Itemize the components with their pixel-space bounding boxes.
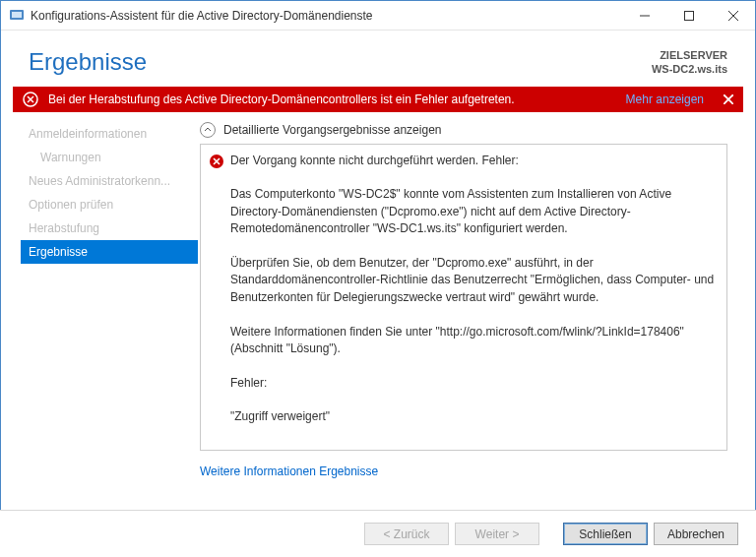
detail-entry: Der Vorgang konnte nicht durchgeführt we… [209,153,717,426]
details-toggle-label: Detaillierte Vorgangsergebnisse anzeigen [223,123,441,137]
cancel-button[interactable]: Abbrechen [654,523,738,545]
wizard-steps-sidebar: Anmeldeinformationen Warnungen Neues Adm… [1,116,198,478]
target-server-info: ZIELSERVER WS-DC2.ws.its [652,48,727,77]
svg-rect-3 [684,11,693,20]
page-header: Ergebnisse ZIELSERVER WS-DC2.ws.its [1,31,755,87]
svg-rect-1 [12,12,22,18]
error-more-link[interactable]: Mehr anzeigen [626,93,704,106]
page-title: Ergebnisse [29,48,147,76]
content-body: Anmeldeinformationen Warnungen Neues Adm… [1,112,755,478]
sidebar-step-new-admin-password: Neues Administratorkenn... [1,169,198,193]
chevron-down-icon [200,122,216,138]
sidebar-step-results[interactable]: Ergebnisse [21,240,198,264]
window-title: Konfigurations-Assistent für die Active … [31,9,622,23]
close-window-button[interactable] [711,1,755,30]
back-button: < Zurück [364,523,449,545]
main-panel: Detaillierte Vorgangsergebnisse anzeigen… [198,116,743,478]
details-box[interactable]: Der Vorgang konnte nicht durchgeführt we… [200,144,727,451]
error-banner-close-button[interactable] [720,91,737,108]
target-server-name: WS-DC2.ws.its [652,62,727,76]
minimize-button[interactable] [622,1,666,30]
error-banner-text: Bei der Herabstufung des Active Director… [48,93,626,106]
window-controls [622,1,755,30]
wizard-footer: < Zurück Weiter > Schließen Abbrechen [0,510,756,557]
detail-heading: Der Vorgang konnte nicht durchgeführt we… [230,154,519,167]
error-banner: Bei der Herabstufung des Active Director… [13,87,743,112]
more-info-results-link[interactable]: Weitere Informationen Ergebnisse [200,464,727,478]
app-icon [9,8,25,24]
titlebar: Konfigurations-Assistent für die Active … [1,1,755,31]
error-icon [23,92,38,107]
sidebar-step-review-options: Optionen prüfen [1,193,198,217]
target-server-label: ZIELSERVER [652,48,727,62]
detail-text-body: Der Vorgang konnte nicht durchgeführt we… [230,153,717,426]
sidebar-step-credentials: Anmeldeinformationen [1,122,198,146]
sidebar-step-demotion: Herabstufung [1,217,198,240]
error-icon [209,154,224,169]
detail-body: Das Computerkonto "WS-DC2$" konnte vom A… [230,187,718,423]
details-toggle[interactable]: Detaillierte Vorgangsergebnisse anzeigen [200,122,727,138]
sidebar-step-warnings: Warnungen [1,146,198,169]
maximize-button[interactable] [666,1,711,30]
next-button: Weiter > [455,523,539,545]
close-button[interactable]: Schließen [563,523,648,545]
